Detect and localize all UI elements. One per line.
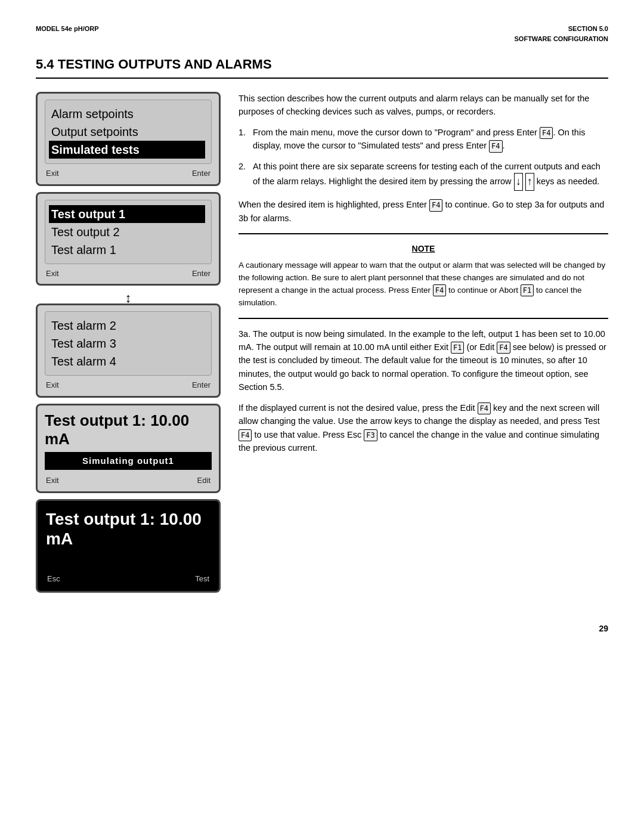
arrow-down-icon: ↓ [514,173,523,191]
intro-text: This section describes how the current o… [239,92,608,119]
divider2 [239,318,608,319]
screen2-item-2: Test output 2 [51,223,205,241]
key-f3-1: F3 [364,429,377,442]
key-f4-4: F4 [433,284,446,297]
screen5-esc[interactable]: Esc [47,573,60,585]
header: MODEL 54e pH/ORP SECTION 5.0 SOFTWARE CO… [36,24,608,44]
screen3-item-1: Test alarm 2 [51,317,205,335]
screen3-item-3: Test alarm 4 [51,352,205,370]
screen3-enter[interactable]: Enter [192,379,210,391]
screen2: Test output 1 Test output 2 Test alarm 1… [36,192,221,286]
screen2-footer: Exit Enter [45,268,212,280]
header-section: SECTION 5.0 SOFTWARE CONFIGURATION [515,24,608,44]
left-column: Alarm setpoints Output setpoints Simulat… [36,92,221,599]
step2b-text: When the desired item is highlighted, pr… [239,198,608,225]
screen5-footer: Esc Test [46,573,210,585]
screen1-exit[interactable]: Exit [46,168,59,179]
screen4: Test output 1: 10.00 mA Simulating outpu… [36,404,221,493]
screen1-footer: Exit Enter [45,168,212,179]
step3a-text: 3a. The output is now being simulated. I… [239,327,608,394]
key-f4-5: F4 [497,342,510,354]
screen1: Alarm setpoints Output setpoints Simulat… [36,92,221,186]
screen3-exit[interactable]: Exit [46,379,59,391]
key-f4-6: F4 [478,402,491,415]
screen3: Test alarm 2 Test alarm 3 Test alarm 4 E… [36,304,221,398]
key-f4-1: F4 [540,127,553,140]
screen3-footer: Exit Enter [45,379,212,391]
step3a-p2-text: If the displayed current is not the desi… [239,401,608,455]
header-section-num: SECTION 5.0 [515,24,608,34]
screen2-body: Test output 1 Test output 2 Test alarm 1 [45,200,212,264]
screen1-item-1: Alarm setpoints [51,105,205,123]
section-title: 5.4 TESTING OUTPUTS AND ALARMS [36,54,608,79]
screen2-item-3: Test alarm 1 [51,241,205,259]
key-f4-3: F4 [429,199,442,212]
header-section-title: SOFTWARE CONFIGURATION [515,34,608,44]
right-column: This section describes how the current o… [239,92,608,462]
page-number: 29 [36,623,608,635]
screen4-footer: Exit Edit [45,475,212,487]
screen2-enter[interactable]: Enter [192,268,210,280]
key-f1-2: F1 [451,342,464,354]
screen4-simulating: Simulating output1 [45,452,212,470]
screen4-title: Test output 1: 10.00 mA [45,411,212,448]
key-f4-2: F4 [489,140,502,153]
note-title: NOTE [239,243,608,256]
screen1-item-3-selected: Simulated tests [49,141,205,159]
arrow-up-icon: ↑ [525,173,534,191]
screen2-exit[interactable]: Exit [46,268,59,280]
screen3-body: Test alarm 2 Test alarm 3 Test alarm 4 [45,311,212,376]
screen1-enter[interactable]: Enter [192,168,210,179]
screen4-exit[interactable]: Exit [46,475,59,487]
key-f4-7: F4 [239,429,252,442]
step2: 2. At this point there are six separate … [239,160,608,191]
note-text: A cautionary message will appear to warn… [239,259,608,309]
screen1-body: Alarm setpoints Output setpoints Simulat… [45,100,212,164]
main-content: Alarm setpoints Output setpoints Simulat… [36,92,608,599]
step1: 1. From the main menu, move the cursor d… [239,126,608,153]
step1-text: From the main menu, move the cursor down… [253,126,608,153]
screen5-test[interactable]: Test [195,573,209,585]
screen2-item-1-selected: Test output 1 [49,205,205,223]
header-model: MODEL 54e pH/ORP [36,24,99,34]
screen5-title: Test output 1: 10.00 mA [46,509,210,549]
note-box: NOTE A cautionary message will appear to… [239,243,608,309]
step2-text: At this point there are six separate scr… [253,160,608,191]
screen5: Test output 1: 10.00 mA Esc Test [36,499,221,593]
divider1 [239,233,608,234]
screen4-edit[interactable]: Edit [197,475,210,487]
key-f1-1: F1 [521,284,534,297]
screen1-item-2: Output setpoints [51,123,205,141]
screen3-item-2: Test alarm 3 [51,335,205,352]
